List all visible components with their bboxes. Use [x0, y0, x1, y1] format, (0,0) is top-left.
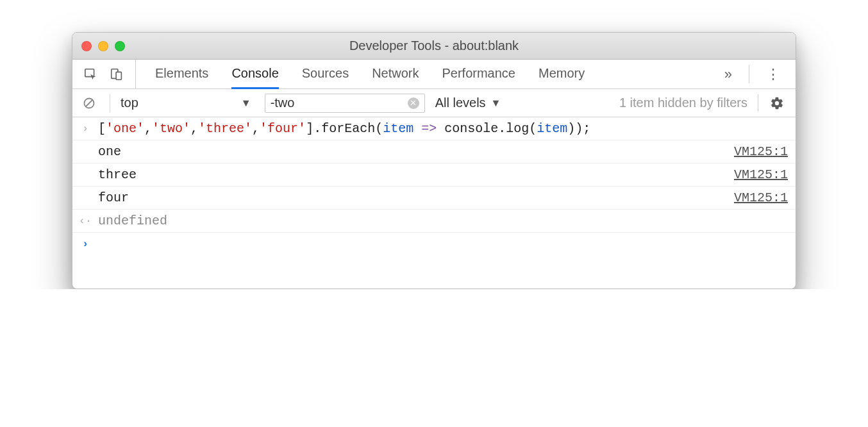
titlebar: Developer Tools - about:blank [72, 33, 796, 60]
console-return-row: ‹· undefined [72, 210, 796, 233]
log-gutter [78, 167, 93, 169]
log-text: three [98, 167, 729, 182]
devtools-window: Developer Tools - about:blank Elements C… [72, 32, 796, 289]
console-log-row: three VM125:1 [72, 163, 796, 187]
tabs-overflow-button[interactable]: » [721, 66, 736, 83]
log-source-link[interactable]: VM125:1 [734, 144, 788, 159]
divider [758, 94, 758, 112]
console-log-row: one VM125:1 [72, 140, 796, 163]
log-gutter [78, 144, 93, 146]
minimize-window-button[interactable] [98, 41, 108, 51]
clear-filter-icon[interactable]: ✕ [408, 97, 419, 109]
maximize-window-button[interactable] [115, 41, 125, 51]
log-source-link[interactable]: VM125:1 [734, 167, 788, 182]
filter-input-wrap[interactable]: ✕ [265, 94, 425, 113]
tabs-right-group: » ⋮ [721, 60, 796, 88]
inspect-icons-group [72, 60, 136, 88]
log-source-link[interactable]: VM125:1 [734, 190, 788, 205]
context-label: top [121, 96, 138, 110]
devtools-menu-button[interactable]: ⋮ [762, 66, 784, 83]
tab-sources[interactable]: Sources [302, 60, 349, 89]
device-toolbar-icon[interactable] [110, 67, 124, 81]
window-title: Developer Tools - about:blank [72, 38, 796, 53]
return-value: undefined [98, 214, 788, 228]
tab-elements[interactable]: Elements [155, 60, 208, 89]
hidden-items-note: 1 item hidden by filters [619, 96, 747, 110]
log-levels-selector[interactable]: All levels ▼ [435, 96, 501, 110]
log-gutter [78, 190, 93, 192]
console-input-code: ['one','two','three','four'].forEach(ite… [98, 121, 788, 136]
clear-console-icon[interactable] [79, 97, 99, 110]
log-text: one [98, 144, 729, 159]
levels-label: All levels [435, 96, 486, 110]
chevron-down-icon: ▼ [491, 97, 501, 109]
tab-console[interactable]: Console [231, 60, 278, 89]
console-log-row: four VM125:1 [72, 187, 796, 210]
devtools-tabs-row: Elements Console Sources Network Perform… [72, 60, 796, 89]
prompt-chevron-icon: › [78, 237, 93, 250]
console-body: › ['one','two','three','four'].forEach(i… [72, 117, 796, 289]
console-toolbar: top ▼ ✕ All levels ▼ 1 item hidden by fi… [72, 89, 796, 117]
tab-network[interactable]: Network [372, 60, 419, 89]
input-chevron-icon: › [78, 121, 93, 135]
divider [749, 65, 749, 83]
close-window-button[interactable] [81, 41, 92, 51]
console-settings-icon[interactable] [765, 96, 789, 110]
context-selector[interactable]: top ▼ [110, 94, 258, 113]
tab-list: Elements Console Sources Network Perform… [136, 60, 721, 88]
chevron-down-icon: ▼ [241, 97, 251, 109]
tab-memory[interactable]: Memory [538, 60, 585, 89]
console-prompt-row[interactable]: › [72, 233, 796, 289]
console-input-row: › ['one','two','three','four'].forEach(i… [72, 117, 796, 140]
tab-performance[interactable]: Performance [442, 60, 516, 89]
log-text: four [98, 190, 729, 205]
filter-input[interactable] [271, 96, 392, 110]
return-chevron-icon: ‹· [78, 214, 93, 227]
window-controls [81, 41, 125, 51]
svg-rect-2 [116, 72, 121, 80]
inspect-element-icon[interactable] [84, 67, 98, 81]
